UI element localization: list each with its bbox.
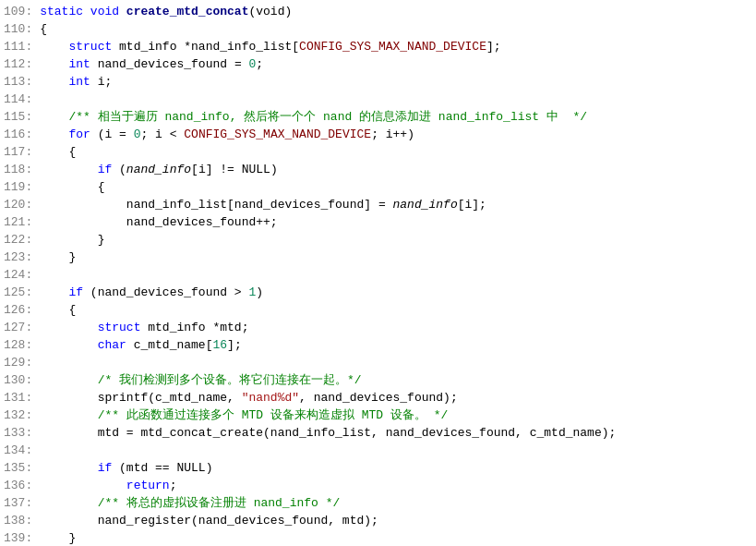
line-number: 119: <box>4 179 40 197</box>
line-content: nand_info_list[nand_devices_found] = nan… <box>40 197 486 214</box>
line-content <box>40 91 47 109</box>
line-number: 130: <box>4 372 40 390</box>
line-number: 132: <box>4 407 40 425</box>
code-line: 115: /** 相当于遍历 nand_info, 然后将一个个 nand 的信… <box>0 109 756 127</box>
code-line: 136: return; <box>0 478 756 495</box>
line-content: sprintf(c_mtd_name, "nand%d", nand_devic… <box>40 390 458 407</box>
line-content: mtd = mtd_concat_create(nand_info_list, … <box>40 425 616 443</box>
code-line: 121: nand_devices_found++; <box>0 214 756 232</box>
line-content: { <box>40 179 104 197</box>
line-content: /* 我们检测到多个设备。将它们连接在一起。*/ <box>40 372 361 390</box>
line-number: 115: <box>4 109 40 127</box>
line-content: { <box>40 21 47 39</box>
line-content: return; <box>40 478 176 495</box>
line-content: /** 将总的虚拟设备注册进 nand_info */ <box>40 495 340 513</box>
line-number: 134: <box>4 443 40 460</box>
code-line: 129: <box>0 355 756 372</box>
line-content: struct mtd_info *mtd; <box>40 320 248 337</box>
line-content <box>40 267 47 285</box>
code-line: 126: { <box>0 302 756 320</box>
line-number: 135: <box>4 460 40 478</box>
line-number: 128: <box>4 337 40 355</box>
code-container: 109:static void create_mtd_concat(void)1… <box>0 0 756 546</box>
line-content: { <box>40 302 76 320</box>
line-number: 125: <box>4 285 40 302</box>
line-number: 137: <box>4 495 40 513</box>
code-line: 138: nand_register(nand_devices_found, m… <box>0 513 756 530</box>
code-line: 139: } <box>0 530 756 546</box>
code-line: 133: mtd = mtd_concat_create(nand_info_l… <box>0 425 756 443</box>
line-number: 116: <box>4 127 40 144</box>
line-number: 129: <box>4 355 40 372</box>
line-content: if (nand_devices_found > 1) <box>40 285 263 302</box>
line-content: } <box>40 530 76 546</box>
line-content: { <box>40 144 76 162</box>
line-content <box>40 443 47 460</box>
line-number: 120: <box>4 197 40 214</box>
line-number: 110: <box>4 21 40 39</box>
code-line: 125: if (nand_devices_found > 1) <box>0 285 756 302</box>
code-line: 120: nand_info_list[nand_devices_found] … <box>0 197 756 214</box>
line-number: 127: <box>4 320 40 337</box>
code-line: 130: /* 我们检测到多个设备。将它们连接在一起。*/ <box>0 372 756 390</box>
code-line: 137: /** 将总的虚拟设备注册进 nand_info */ <box>0 495 756 513</box>
line-number: 138: <box>4 513 40 530</box>
line-content <box>40 355 47 372</box>
code-line: 112: int nand_devices_found = 0; <box>0 56 756 74</box>
line-content: for (i = 0; i < CONFIG_SYS_MAX_NAND_DEVI… <box>40 127 414 144</box>
code-line: 131: sprintf(c_mtd_name, "nand%d", nand_… <box>0 390 756 407</box>
code-line: 114: <box>0 91 756 109</box>
code-line: 109:static void create_mtd_concat(void) <box>0 4 756 21</box>
line-content: static void create_mtd_concat(void) <box>40 4 292 21</box>
code-line: 113: int i; <box>0 74 756 91</box>
line-number: 123: <box>4 249 40 267</box>
line-number: 113: <box>4 74 40 91</box>
code-line: 116: for (i = 0; i < CONFIG_SYS_MAX_NAND… <box>0 127 756 144</box>
code-line: 111: struct mtd_info *nand_info_list[CON… <box>0 39 756 56</box>
line-number: 121: <box>4 214 40 232</box>
code-line: 119: { <box>0 179 756 197</box>
line-content: } <box>40 249 76 267</box>
line-content: struct mtd_info *nand_info_list[CONFIG_S… <box>40 39 500 56</box>
code-line: 110:{ <box>0 21 756 39</box>
line-content: nand_devices_found++; <box>40 214 277 232</box>
line-content: int nand_devices_found = 0; <box>40 56 263 74</box>
line-content: } <box>40 232 104 249</box>
line-number: 124: <box>4 267 40 285</box>
line-number: 112: <box>4 56 40 74</box>
line-content: int i; <box>40 74 112 91</box>
line-number: 139: <box>4 530 40 546</box>
line-number: 131: <box>4 390 40 407</box>
code-line: 128: char c_mtd_name[16]; <box>0 337 756 355</box>
line-number: 122: <box>4 232 40 249</box>
line-content: char c_mtd_name[16]; <box>40 337 241 355</box>
line-number: 111: <box>4 39 40 56</box>
line-content: /** 此函数通过连接多个 MTD 设备来构造虚拟 MTD 设备。 */ <box>40 407 448 425</box>
line-number: 114: <box>4 91 40 109</box>
line-number: 118: <box>4 162 40 179</box>
code-line: 117: { <box>0 144 756 162</box>
line-number: 126: <box>4 302 40 320</box>
code-line: 132: /** 此函数通过连接多个 MTD 设备来构造虚拟 MTD 设备。 *… <box>0 407 756 425</box>
line-content: nand_register(nand_devices_found, mtd); <box>40 513 378 530</box>
line-number: 117: <box>4 144 40 162</box>
line-number: 136: <box>4 478 40 495</box>
code-line: 124: <box>0 267 756 285</box>
line-number: 109: <box>4 4 40 21</box>
line-content: if (nand_info[i] != NULL) <box>40 162 277 179</box>
line-content: if (mtd == NULL) <box>40 460 212 478</box>
code-line: 122: } <box>0 232 756 249</box>
code-line: 118: if (nand_info[i] != NULL) <box>0 162 756 179</box>
line-content: /** 相当于遍历 nand_info, 然后将一个个 nand 的信息添加进 … <box>40 109 587 127</box>
code-line: 134: <box>0 443 756 460</box>
code-line: 127: struct mtd_info *mtd; <box>0 320 756 337</box>
code-line: 135: if (mtd == NULL) <box>0 460 756 478</box>
code-line: 123: } <box>0 249 756 267</box>
line-number: 133: <box>4 425 40 443</box>
